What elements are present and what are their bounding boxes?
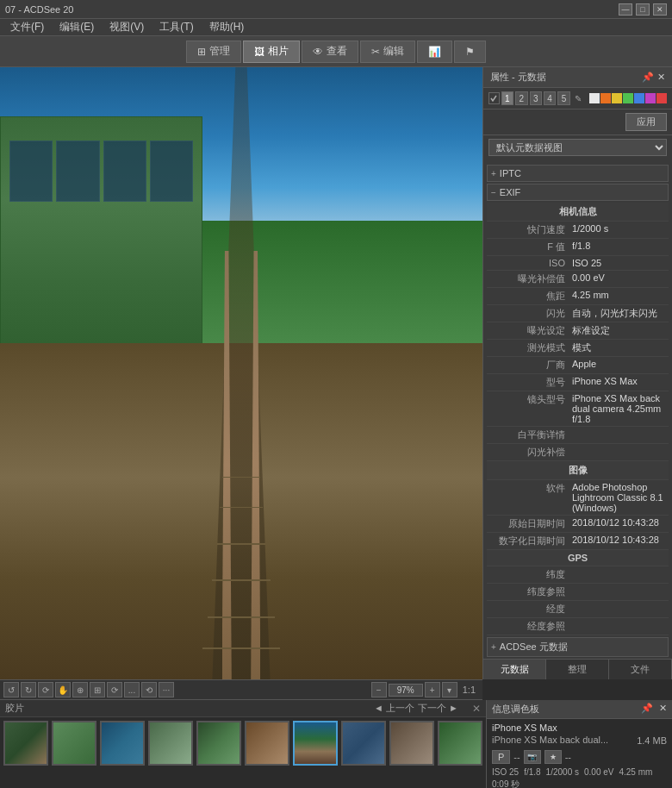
info-shutter: 1/2000 s (546, 767, 579, 777)
zoom-minus-button[interactable]: − (371, 682, 387, 697)
zoom-in-button[interactable]: ⊕ (72, 682, 88, 697)
hand-tool-button[interactable]: ✋ (55, 682, 71, 697)
title-bar: 07 - ACDSee 20 — □ ✕ (0, 0, 672, 19)
film-thumb-10[interactable] (438, 721, 482, 766)
lon-value (569, 601, 669, 618)
film-thumb-4[interactable] (148, 721, 193, 766)
iptc-section-header[interactable]: + IPTC (487, 165, 669, 182)
zoom-input[interactable] (389, 684, 423, 697)
film-thumb-2[interactable] (52, 721, 96, 766)
checkbox-icon (489, 94, 498, 103)
main-photo (0, 67, 482, 679)
tab-metadata[interactable]: 元数据 (483, 660, 546, 679)
undo-button[interactable]: ⟲ (141, 682, 157, 697)
exif-row-software: 软件 Adobe Photoshop Lightroom Classic 8.1… (487, 480, 669, 516)
focal-value: 4.25 mm (569, 288, 669, 305)
color-box-white[interactable] (589, 93, 600, 103)
rotate-left-button[interactable]: ↺ (3, 682, 19, 697)
bottom-area: 胶片 ◄ 上一个 下一个 ► ✕ (0, 700, 672, 788)
view-button[interactable]: 👁 查看 (302, 41, 358, 63)
info-aperture: f/1.8 (524, 767, 540, 777)
refresh-button[interactable]: ⟳ (38, 682, 53, 697)
color-box-purple[interactable] (645, 93, 656, 103)
filmstrip-prev-button[interactable]: ◄ 上一个 (374, 702, 414, 715)
color-boxes (589, 93, 667, 103)
info-time: 0:09 秒 (492, 779, 520, 788)
film-thumb-5[interactable] (196, 721, 241, 766)
film-thumb-8[interactable] (341, 721, 386, 766)
close-button[interactable]: ✕ (653, 3, 667, 16)
menu-file[interactable]: 文件(F) (3, 18, 51, 36)
filmstrip-next-button[interactable]: 下一个 ► (418, 702, 458, 715)
menu-bar: 文件(F) 编辑(E) 视图(V) 工具(T) 帮助(H) (0, 19, 672, 36)
wb-value (569, 427, 669, 444)
num-tab-2[interactable]: 2 (515, 91, 527, 105)
info-panel-title: 信息调色板 (492, 703, 539, 716)
acdsee-section-header[interactable]: + ACDSee 元数据 (487, 637, 669, 657)
photo-button[interactable]: 🖼 相片 (243, 41, 300, 63)
menu-view[interactable]: 视图(V) (103, 18, 151, 36)
color-box-yellow[interactable] (612, 93, 622, 103)
manage-button[interactable]: ⊞ 管理 (186, 41, 241, 63)
exposure-value: 标准设定 (569, 322, 669, 340)
panel-close-icon[interactable]: ✕ (657, 72, 665, 83)
film-thumb-7[interactable] (293, 721, 338, 766)
exif-section-header[interactable]: − EXIF (487, 184, 669, 201)
menu-help[interactable]: 帮助(H) (202, 18, 252, 36)
film-thumb-1[interactable] (3, 721, 48, 766)
zoom-fit-button[interactable]: ⊞ (90, 682, 105, 697)
menu-edit[interactable]: 编辑(E) (53, 18, 101, 36)
info-focal: 4.25 mm (619, 767, 652, 777)
menu-tools[interactable]: 工具(T) (152, 18, 200, 36)
image-toolbar: ↺ ↻ ⟳ ✋ ⊕ ⊞ ⟳ ... ⟲ ··· − + ▾ 1:1 (0, 679, 482, 700)
panel-header: 属性 - 元数据 📌 ✕ (483, 67, 672, 88)
info-dash1: -- (513, 752, 520, 762)
zoom-1-1-label[interactable]: 1:1 (459, 685, 479, 695)
film-thumb-9[interactable] (389, 721, 434, 766)
content-area: 属性 - 元数据 📌 ✕ 1 2 3 4 5 ✎ (0, 67, 672, 679)
num-tab-5[interactable]: 5 (557, 91, 569, 105)
model-value: iPhone XS Max (569, 374, 669, 391)
info-pin-icon[interactable]: 📌 (641, 703, 653, 713)
flag-button[interactable]: ⚑ (454, 41, 486, 63)
exif-label: EXIF (500, 187, 520, 197)
flashcomp-label: 闪光补偿 (487, 444, 569, 461)
digitdate-value: 2018/10/12 10:43:28 (569, 533, 669, 550)
shutter-value: 1/2000 s (569, 222, 669, 239)
film-thumb-3[interactable] (100, 721, 145, 766)
apply-button[interactable]: 应用 (625, 113, 667, 131)
app-title: 07 - ACDSee 20 (5, 4, 74, 15)
color-box-orange[interactable] (600, 93, 611, 103)
info-close-icon[interactable]: ✕ (659, 703, 667, 713)
reset-button[interactable]: ⟳ (107, 682, 122, 697)
pin-icon[interactable]: 📌 (642, 72, 654, 83)
tab-organize[interactable]: 整理 (546, 660, 609, 679)
color-box-blue[interactable] (634, 93, 644, 103)
zoom-plus-button[interactable]: + (425, 682, 440, 697)
edit-button[interactable]: ✂ 编辑 (360, 41, 415, 63)
maximize-button[interactable]: □ (636, 3, 650, 16)
ev-value: 0.00 eV (569, 271, 669, 288)
rotate-right-button[interactable]: ↻ (21, 682, 36, 697)
film-thumb-6[interactable] (245, 721, 289, 766)
more-button[interactable]: ... (124, 682, 140, 697)
metering-value: 模式 (569, 340, 669, 357)
num-tab-3[interactable]: 3 (530, 91, 542, 105)
view-icon: 👁 (313, 46, 323, 58)
view-select[interactable]: 默认元数据视图 (488, 139, 667, 156)
info-ev: 0.00 eV (584, 767, 613, 777)
color-box-red[interactable] (656, 93, 667, 103)
chart-button[interactable]: 📊 (417, 41, 452, 63)
exif-row-shutter: 快门速度 1/2000 s (487, 222, 669, 239)
checkbox[interactable] (488, 92, 500, 104)
color-box-green[interactable] (623, 93, 633, 103)
tab-file[interactable]: 文件 (609, 660, 672, 679)
minimize-button[interactable]: — (619, 3, 632, 16)
num-tab-1[interactable]: 1 (501, 91, 513, 105)
filmstrip-close-button[interactable]: ✕ (472, 703, 481, 715)
extra-button[interactable]: ··· (159, 682, 174, 697)
zoom-dropdown-button[interactable]: ▾ (442, 682, 457, 697)
num-tab-4[interactable]: 4 (544, 91, 556, 105)
bottom-left: 胶片 ◄ 上一个 下一个 ► ✕ (0, 700, 486, 788)
pencil-icon[interactable]: ✎ (572, 91, 584, 105)
